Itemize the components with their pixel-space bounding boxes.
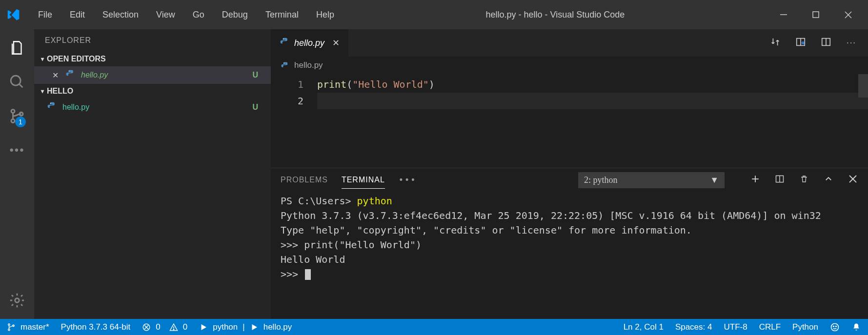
scm-status-letter: U: [252, 71, 258, 79]
status-interpreter[interactable]: Python 3.7.3 64-bit: [61, 322, 131, 332]
tab-terminal[interactable]: TERMINAL: [342, 172, 385, 189]
python-file-icon: [65, 69, 75, 81]
status-run-target[interactable]: python | hello.py: [199, 322, 292, 332]
bottom-panel: PROBLEMS TERMINAL ••• 2: python ▼ PS C:\…: [271, 168, 868, 319]
minimap[interactable]: [858, 74, 868, 98]
file-tree-filename: hello.py: [62, 103, 89, 112]
line-number-gutter: 1 2: [271, 74, 317, 168]
svg-marker-35: [252, 324, 257, 330]
menu-file[interactable]: File: [31, 7, 59, 23]
close-tab-icon[interactable]: ✕: [332, 38, 340, 48]
svg-point-4: [11, 76, 20, 85]
status-eol[interactable]: CRLF: [759, 322, 781, 332]
explorer-sidebar: EXPLORER ▾ OPEN EDITORS ✕ hello.py U ▾ H…: [34, 29, 271, 319]
svg-point-15: [802, 42, 804, 44]
file-tree-item[interactable]: hello.py U: [34, 99, 271, 116]
minimize-button[interactable]: [769, 5, 798, 24]
status-encoding[interactable]: UTF-8: [724, 322, 747, 332]
sidebar-title: EXPLORER: [34, 29, 271, 52]
breadcrumb-file: hello.py: [294, 60, 323, 70]
status-branch[interactable]: master*: [7, 322, 49, 332]
python-file-icon: [280, 37, 289, 49]
svg-marker-34: [202, 324, 207, 330]
svg-point-19: [283, 62, 284, 63]
menu-edit[interactable]: Edit: [63, 7, 92, 23]
python-file-icon: [281, 60, 289, 70]
chevron-down-icon: ▾: [41, 56, 44, 62]
editor-area: hello.py ✕ ··· hello.py 1 2 print("Hello…: [271, 29, 868, 319]
feedback-smiley-icon[interactable]: [830, 322, 840, 332]
open-editors-section[interactable]: ▾ OPEN EDITORS: [34, 52, 271, 66]
text-editor[interactable]: 1 2 print("Hello World"): [271, 74, 868, 168]
status-problems[interactable]: 0 0: [142, 322, 187, 332]
menu-view[interactable]: View: [149, 7, 182, 23]
panel-tabs: PROBLEMS TERMINAL ••• 2: python ▼: [271, 168, 868, 192]
svg-point-38: [836, 326, 837, 327]
svg-rect-1: [813, 12, 819, 18]
menu-help[interactable]: Help: [309, 7, 341, 23]
settings-gear-icon[interactable]: [7, 291, 27, 310]
svg-point-11: [50, 103, 51, 104]
menu-debug[interactable]: Debug: [215, 7, 255, 23]
terminal-selector[interactable]: 2: python ▼: [578, 172, 725, 188]
line-number: 2: [271, 93, 303, 109]
compare-changes-icon[interactable]: [768, 37, 782, 50]
svg-point-10: [69, 71, 70, 72]
menu-selection[interactable]: Selection: [96, 7, 145, 23]
window-controls: [769, 5, 862, 24]
open-editor-item[interactable]: ✕ hello.py U: [34, 66, 271, 84]
svg-point-36: [831, 323, 839, 331]
svg-point-33: [173, 329, 174, 330]
open-editors-label: OPEN EDITORS: [47, 55, 106, 63]
python-file-icon: [47, 101, 57, 113]
tab-bar: hello.py ✕ ···: [271, 29, 868, 57]
more-actions-icon[interactable]: ···: [845, 38, 858, 48]
more-panel-tabs-icon[interactable]: •••: [399, 175, 417, 185]
svg-line-5: [19, 84, 22, 87]
activity-bar: 1 •••: [0, 29, 34, 319]
more-activity-button[interactable]: •••: [7, 140, 27, 160]
terminal-selector-label: 2: python: [584, 175, 618, 185]
line-number: 1: [271, 76, 303, 93]
split-editor-icon[interactable]: [819, 37, 833, 50]
svg-point-9: [15, 298, 20, 303]
search-activity-button[interactable]: [7, 72, 27, 92]
vscode-logo-icon: [6, 7, 21, 22]
editor-tab[interactable]: hello.py ✕: [271, 29, 349, 57]
open-editor-filename: hello.py: [81, 71, 108, 79]
close-editor-icon[interactable]: ✕: [51, 71, 60, 80]
chevron-down-icon: ▼: [710, 175, 719, 185]
editor-tab-label: hello.py: [294, 38, 324, 48]
status-cursor-pos[interactable]: Ln 2, Col 1: [624, 322, 664, 332]
maximize-panel-icon[interactable]: [823, 175, 834, 185]
close-panel-icon[interactable]: [848, 175, 858, 185]
menu-bar: File Edit Selection View Go Debug Termin…: [31, 7, 341, 23]
svg-point-12: [283, 38, 284, 39]
terminal-output[interactable]: PS C:\Users> python Python 3.7.3 (v3.7.3…: [271, 192, 868, 319]
menu-go[interactable]: Go: [186, 7, 211, 23]
code-content[interactable]: print("Hello World"): [317, 74, 868, 168]
breadcrumb[interactable]: hello.py: [271, 57, 868, 74]
svg-point-27: [8, 329, 10, 330]
terminal-cursor: [305, 269, 311, 280]
menu-terminal[interactable]: Terminal: [259, 7, 305, 23]
explorer-activity-button[interactable]: [7, 38, 27, 58]
close-window-button[interactable]: [834, 5, 862, 24]
source-control-activity-button[interactable]: 1: [7, 106, 27, 126]
status-indent[interactable]: Spaces: 4: [675, 322, 712, 332]
svg-point-37: [833, 326, 834, 327]
maximize-button[interactable]: [802, 5, 830, 24]
scm-status-letter: U: [252, 103, 258, 112]
svg-point-26: [8, 324, 10, 325]
status-language[interactable]: Python: [792, 322, 818, 332]
new-terminal-icon[interactable]: [750, 175, 761, 185]
split-terminal-icon[interactable]: [774, 174, 785, 186]
notifications-bell-icon[interactable]: [851, 322, 861, 332]
kill-terminal-icon[interactable]: [799, 174, 809, 186]
svg-point-6: [11, 110, 15, 113]
folder-label: HELLO: [47, 87, 73, 96]
open-preview-icon[interactable]: [794, 37, 807, 50]
source-control-badge: 1: [15, 117, 26, 127]
folder-section[interactable]: ▾ HELLO: [34, 84, 271, 99]
tab-problems[interactable]: PROBLEMS: [281, 172, 328, 188]
